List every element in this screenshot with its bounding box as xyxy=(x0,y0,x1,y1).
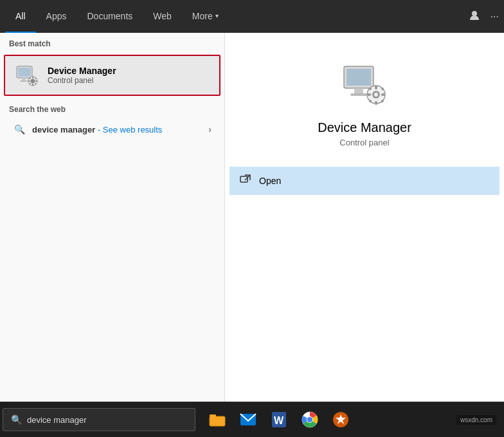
svg-rect-10 xyxy=(35,80,37,82)
tab-bar: All Apps Documents Web More ▾ ··· xyxy=(0,0,504,33)
svg-rect-31 xyxy=(210,416,225,426)
taskbar-word-icon[interactable]: W xyxy=(265,405,293,434)
svg-rect-17 xyxy=(354,88,363,93)
taskbar-icons: W xyxy=(203,405,355,434)
svg-rect-9 xyxy=(28,80,30,82)
best-match-item[interactable]: Device Manager Control panel xyxy=(4,55,221,96)
chevron-down-icon: ▾ xyxy=(215,12,219,19)
search-icon: 🔍 xyxy=(13,123,26,136)
best-match-label: Best match xyxy=(0,33,224,52)
svg-point-40 xyxy=(307,417,312,422)
web-search-query-text: device manager - See web results xyxy=(32,125,203,135)
body-area: Best match xyxy=(0,33,504,402)
svg-rect-3 xyxy=(22,78,26,80)
more-options-icon[interactable]: ··· xyxy=(491,11,499,23)
tab-web[interactable]: Web xyxy=(143,0,182,33)
taskbar-right: wsxdn.com xyxy=(456,415,501,425)
svg-rect-23 xyxy=(375,101,377,105)
svg-rect-7 xyxy=(32,77,33,79)
web-search-section: Search the web 🔍 device manager - See we… xyxy=(0,98,224,144)
tab-all[interactable]: All xyxy=(5,0,36,33)
web-search-label: Search the web xyxy=(9,105,215,114)
svg-rect-24 xyxy=(367,93,371,96)
taskbar-search-box[interactable]: 🔍 device manager xyxy=(3,408,195,431)
svg-rect-4 xyxy=(20,80,28,82)
right-panel: Device Manager Control panel Open xyxy=(225,33,504,402)
svg-text:W: W xyxy=(274,415,284,426)
svg-rect-18 xyxy=(350,93,367,96)
svg-point-0 xyxy=(472,11,477,16)
open-icon xyxy=(240,174,251,188)
person-icon[interactable] xyxy=(469,10,480,24)
taskbar: 🔍 device manager xyxy=(0,402,504,437)
tab-documents[interactable]: Documents xyxy=(76,0,143,33)
search-panel: All Apps Documents Web More ▾ ··· Best m… xyxy=(0,0,504,437)
taskbar-search-icon: 🔍 xyxy=(11,414,22,425)
taskbar-mail-icon[interactable] xyxy=(234,405,262,434)
svg-rect-22 xyxy=(375,86,377,89)
svg-point-6 xyxy=(31,79,35,84)
best-match-title: Device Manager xyxy=(48,66,116,76)
chevron-right-icon: › xyxy=(208,124,212,135)
app-title: Device Manager xyxy=(318,120,411,135)
svg-rect-8 xyxy=(32,84,33,86)
web-search-item[interactable]: 🔍 device manager - See web results › xyxy=(9,118,215,141)
svg-rect-16 xyxy=(346,69,371,86)
wsxdn-badge: wsxdn.com xyxy=(456,415,496,425)
device-manager-small-icon xyxy=(14,62,40,88)
tab-more[interactable]: More ▾ xyxy=(182,0,229,33)
svg-point-21 xyxy=(374,93,378,97)
see-web-results-link: - See web results xyxy=(98,125,162,135)
best-match-subtitle: Control panel xyxy=(48,76,116,85)
svg-rect-2 xyxy=(18,68,31,77)
open-label: Open xyxy=(259,176,281,186)
svg-rect-33 xyxy=(210,414,216,417)
best-match-text: Device Manager Control panel xyxy=(48,66,116,85)
taskbar-search-text: device manager xyxy=(27,415,87,425)
open-button[interactable]: Open xyxy=(230,167,500,195)
device-manager-large-icon xyxy=(339,59,390,110)
tab-actions: ··· xyxy=(469,10,499,24)
left-panel: Best match xyxy=(0,33,225,402)
app-subtitle: Control panel xyxy=(339,138,389,147)
tab-apps[interactable]: Apps xyxy=(36,0,77,33)
taskbar-bookmark-icon[interactable] xyxy=(327,405,355,434)
taskbar-file-explorer-icon[interactable] xyxy=(203,405,231,434)
svg-rect-25 xyxy=(381,93,385,96)
taskbar-chrome-icon[interactable] xyxy=(296,405,324,434)
